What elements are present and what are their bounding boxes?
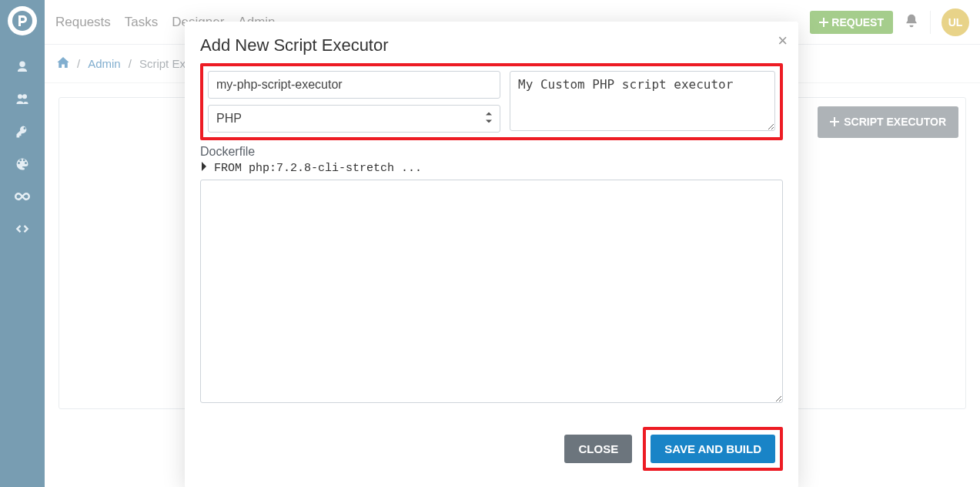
chevron-right-icon — [200, 162, 208, 175]
form-top-section: My Custom PHP script executor — [200, 63, 783, 140]
dockerfile-label: Dockerfile — [200, 145, 783, 159]
dockerfile-section: Dockerfile FROM php:7.2.8-cli-stretch ..… — [200, 145, 783, 405]
save-button-highlight: SAVE AND BUILD — [643, 427, 783, 471]
dockerfile-textarea[interactable] — [200, 180, 783, 403]
modal-title: Add New Script Executor — [200, 35, 783, 55]
close-button[interactable]: CLOSE — [564, 435, 632, 463]
modal-close-button[interactable]: × — [778, 32, 788, 49]
modal-footer: CLOSE SAVE AND BUILD — [200, 427, 783, 471]
executor-name-input[interactable] — [208, 71, 500, 99]
dockerfile-preview-text: FROM php:7.2.8-cli-stretch ... — [214, 162, 422, 175]
description-textarea[interactable]: My Custom PHP script executor — [510, 71, 775, 131]
add-script-executor-modal: Add New Script Executor × My Custom PHP … — [185, 22, 798, 487]
chevron-updown-icon — [485, 113, 493, 126]
save-and-build-button[interactable]: SAVE AND BUILD — [651, 435, 775, 463]
dockerfile-preview-line[interactable]: FROM php:7.2.8-cli-stretch ... — [200, 162, 783, 175]
language-select[interactable] — [208, 105, 500, 133]
